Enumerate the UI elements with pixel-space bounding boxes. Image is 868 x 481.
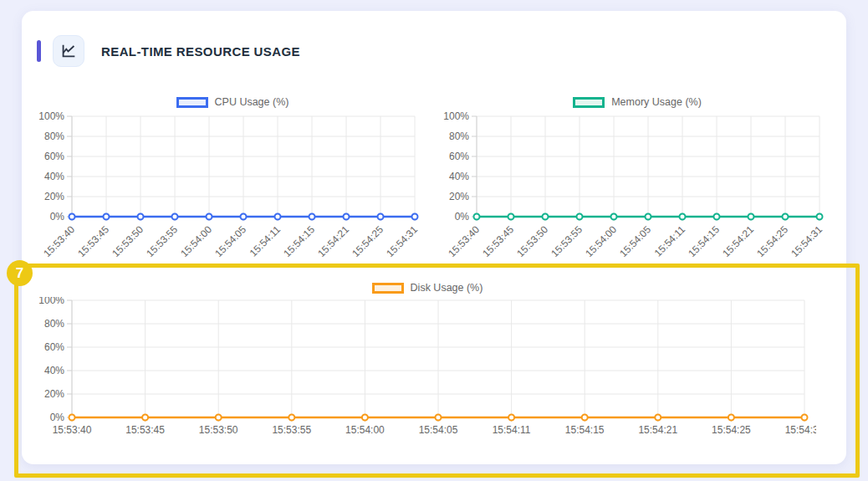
svg-text:20%: 20% — [449, 191, 469, 202]
svg-text:15:53:50: 15:53:50 — [110, 223, 146, 259]
svg-text:15:53:45: 15:53:45 — [125, 424, 165, 436]
svg-text:15:53:45: 15:53:45 — [75, 223, 111, 259]
memory-usage-chart: Memory Usage (%) 0%20%40%60%80%100%15:53… — [443, 88, 831, 264]
svg-text:15:54:11: 15:54:11 — [248, 223, 283, 259]
svg-text:15:54:15: 15:54:15 — [565, 424, 605, 436]
svg-text:15:54:00: 15:54:00 — [583, 223, 619, 259]
svg-text:15:54:25: 15:54:25 — [754, 223, 790, 259]
svg-text:15:54:05: 15:54:05 — [617, 223, 653, 259]
svg-text:15:53:50: 15:53:50 — [199, 424, 238, 436]
svg-text:15:54:05: 15:54:05 — [419, 424, 458, 436]
svg-text:15:54:05: 15:54:05 — [212, 223, 248, 259]
svg-text:60%: 60% — [44, 341, 64, 353]
svg-text:15:53:55: 15:53:55 — [272, 424, 311, 436]
svg-text:80%: 80% — [44, 130, 64, 142]
svg-text:15:54:15: 15:54:15 — [281, 223, 317, 259]
svg-text:15:54:25: 15:54:25 — [712, 424, 751, 436]
memory-plot-area: 0%20%40%60%80%100%15:53:4015:53:4515:53:… — [443, 111, 831, 265]
svg-text:80%: 80% — [44, 318, 64, 330]
legend-item-memory[interactable]: Memory Usage (%) — [443, 93, 831, 111]
svg-text:40%: 40% — [449, 171, 469, 182]
svg-text:15:54:21: 15:54:21 — [720, 223, 756, 259]
svg-text:80%: 80% — [449, 130, 469, 142]
svg-text:0%: 0% — [50, 211, 65, 223]
svg-text:15:54:11: 15:54:11 — [493, 424, 531, 436]
cpu-usage-chart: CPU Usage (%) 0%20%40%60%80%100%15:53:40… — [38, 88, 426, 264]
svg-text:15:54:11: 15:54:11 — [652, 223, 688, 259]
svg-text:100%: 100% — [443, 111, 469, 122]
memory-legend-swatch — [573, 97, 605, 108]
svg-text:15:53:40: 15:53:40 — [41, 223, 77, 259]
svg-text:15:54:21: 15:54:21 — [315, 223, 351, 259]
svg-text:15:54:31: 15:54:31 — [785, 424, 816, 436]
svg-text:15:54:00: 15:54:00 — [345, 424, 385, 436]
svg-text:15:54:31: 15:54:31 — [384, 223, 420, 259]
svg-text:15:54:00: 15:54:00 — [178, 223, 214, 259]
svg-text:100%: 100% — [38, 111, 64, 122]
svg-text:20%: 20% — [44, 388, 64, 400]
cpu-plot-area: 0%20%40%60%80%100%15:53:4015:53:4515:53:… — [38, 111, 426, 265]
svg-text:0%: 0% — [455, 211, 470, 223]
svg-text:15:54:31: 15:54:31 — [789, 223, 825, 259]
svg-text:15:53:45: 15:53:45 — [480, 223, 516, 259]
svg-text:15:54:25: 15:54:25 — [350, 223, 385, 259]
svg-text:15:54:15: 15:54:15 — [686, 223, 722, 259]
disk-usage-chart: Disk Usage (%) 0%20%40%60%80%100%15:53:4… — [38, 274, 816, 441]
memory-legend-label: Memory Usage (%) — [611, 96, 702, 108]
svg-text:15:53:50: 15:53:50 — [514, 223, 550, 259]
svg-text:15:53:55: 15:53:55 — [144, 223, 180, 259]
page-title: REAL-TIME RESOURCE USAGE — [101, 44, 300, 59]
disk-plot-area: 0%20%40%60%80%100%15:53:4015:53:4515:53:… — [38, 297, 816, 443]
legend-item-cpu[interactable]: CPU Usage (%) — [38, 93, 426, 111]
cpu-legend-swatch — [176, 97, 208, 108]
svg-text:15:54:21: 15:54:21 — [638, 424, 677, 436]
cpu-legend-label: CPU Usage (%) — [215, 96, 289, 108]
legend-item-disk[interactable]: Disk Usage (%) — [38, 279, 816, 297]
svg-text:60%: 60% — [44, 151, 64, 162]
line-chart-icon — [53, 35, 84, 67]
svg-text:15:53:40: 15:53:40 — [53, 424, 92, 436]
dashboard-background: REAL-TIME RESOURCE USAGE CPU Usage (%) 0… — [0, 0, 868, 481]
svg-text:15:53:55: 15:53:55 — [549, 223, 585, 259]
svg-text:40%: 40% — [44, 365, 64, 376]
svg-text:60%: 60% — [449, 151, 469, 162]
svg-text:20%: 20% — [44, 191, 64, 202]
svg-text:0%: 0% — [50, 412, 65, 423]
accent-bar — [37, 40, 41, 62]
disk-legend-swatch — [372, 283, 404, 294]
disk-legend-label: Disk Usage (%) — [411, 282, 483, 294]
svg-text:40%: 40% — [44, 171, 64, 182]
svg-text:15:53:40: 15:53:40 — [446, 223, 482, 259]
svg-text:100%: 100% — [38, 297, 64, 306]
resource-usage-card: REAL-TIME RESOURCE USAGE CPU Usage (%) 0… — [22, 11, 846, 464]
card-header: REAL-TIME RESOURCE USAGE — [37, 35, 300, 67]
